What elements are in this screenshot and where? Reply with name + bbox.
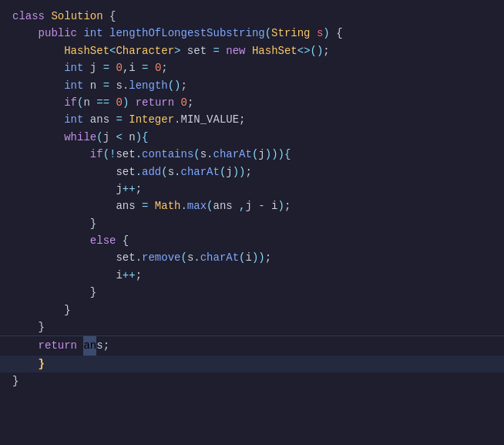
code-line-17: }	[0, 284, 504, 301]
code-line-14: else {	[0, 232, 504, 249]
type-int-ans: int	[64, 111, 83, 128]
method-add: add	[142, 164, 161, 180]
param-type: String	[271, 25, 310, 42]
method-remove: remove	[142, 249, 180, 266]
method-charat-1: charAt	[213, 146, 252, 163]
type-hashset: HashSet	[64, 42, 109, 59]
code-line-9: if (! set . contains ( s . charAt ( j ))…	[0, 146, 504, 163]
code-line-15: set . remove ( s . charAt ( i )) ;	[0, 249, 504, 266]
const-min-value: MIN_VALUE	[180, 111, 239, 128]
keyword-while: while	[64, 129, 96, 146]
code-line-11: j ++ ;	[0, 180, 504, 197]
code-line-10: set . add ( s . charAt ( j )) ;	[0, 164, 504, 180]
code-line-13: }	[0, 215, 504, 232]
method-length: length	[129, 77, 167, 94]
code-editor: class Solution { public int lengthOfLong…	[0, 0, 504, 445]
keyword-public: public	[39, 25, 77, 42]
keyword-return-1: return	[136, 94, 174, 111]
code-line-1: class Solution {	[0, 8, 504, 25]
code-line-7: int ans = Integer . MIN_VALUE ;	[0, 111, 504, 128]
method-name: lengthOfLongestSubstring	[109, 25, 265, 42]
class-math: Math	[155, 197, 181, 214]
code-line-5: int n = s . length () ;	[0, 77, 504, 94]
method-charat-2: charAt	[180, 164, 219, 180]
code-line-6: if ( n == 0 ) return 0 ;	[0, 94, 504, 111]
code-line-22: }	[0, 373, 504, 389]
code-line-3: HashSet < Character > set = new HashSet …	[0, 42, 504, 59]
class-name: Solution	[51, 8, 102, 25]
keyword-else: else	[90, 232, 116, 249]
keyword-return-2: return	[39, 337, 77, 354]
code-line-18: }	[0, 302, 504, 319]
num-0-return: 0	[181, 94, 187, 111]
keyword-if-2: if	[90, 146, 103, 163]
num-0-i: 0	[155, 59, 161, 76]
method-max: max	[187, 197, 207, 214]
type-int: int	[83, 25, 102, 42]
code-line-8: while ( j < n ){	[0, 129, 504, 146]
method-contains: contains	[142, 146, 193, 163]
code-line-2: public int lengthOfLongestSubstring ( St…	[0, 25, 504, 42]
type-hashset-new: HashSet	[252, 42, 297, 59]
type-int-j: int	[64, 59, 83, 76]
code-line-4: int j = 0 ,i = 0 ;	[0, 59, 504, 76]
keyword-if: if	[64, 94, 77, 111]
num-0-check: 0	[116, 94, 122, 111]
method-charat-3: charAt	[200, 249, 239, 266]
brace-close: }	[39, 356, 45, 373]
code-line-12: ans = Math . max ( ans , j - i ) ;	[0, 197, 504, 214]
code-line-20: return an s;	[0, 336, 504, 355]
cursor-highlight: an	[83, 336, 96, 355]
keyword-class: class	[12, 8, 45, 25]
code-line-19: }	[0, 319, 504, 335]
num-0-j: 0	[116, 59, 122, 76]
code-line-16: i ++ ;	[0, 267, 504, 284]
type-int-n: int	[64, 77, 83, 94]
param-s: s	[317, 25, 323, 42]
type-character: Character	[116, 42, 174, 59]
keyword-new: new	[226, 42, 245, 59]
class-integer: Integer	[129, 111, 174, 128]
code-line-21: }	[0, 356, 504, 373]
